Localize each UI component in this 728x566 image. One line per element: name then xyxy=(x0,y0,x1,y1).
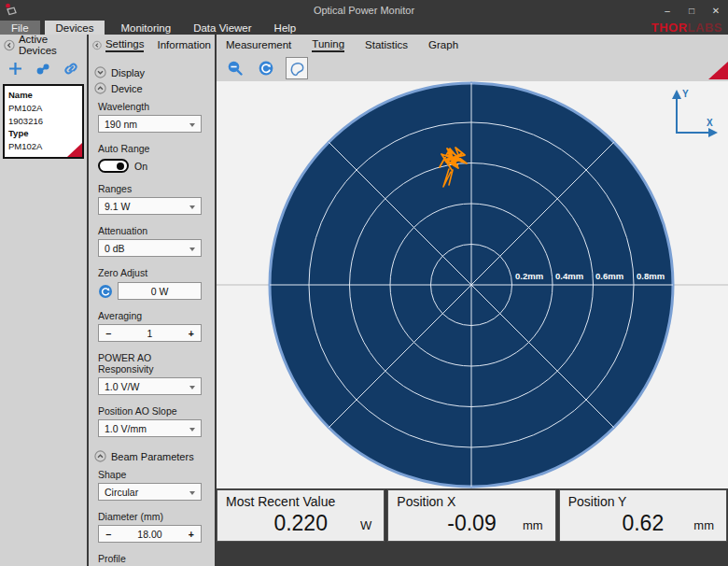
shape-value: Circular xyxy=(105,487,138,498)
wavelength-label: Wavelength xyxy=(98,101,202,112)
diameter-increment[interactable]: + xyxy=(189,529,194,540)
pair-devices-icon[interactable] xyxy=(35,62,51,77)
dropdown-arrow-icon xyxy=(189,491,195,495)
section-beam-parameters[interactable]: Beam Parameters xyxy=(94,450,202,462)
device-alert-corner xyxy=(67,143,82,157)
settings-panel: Settings Information Display Devi xyxy=(89,35,215,566)
polar-grid xyxy=(270,83,673,487)
zoom-out-icon xyxy=(227,60,244,77)
averaging-label: Averaging xyxy=(98,310,202,321)
ranges-label: Ranges xyxy=(98,183,202,194)
tab-statistics[interactable]: Statistics xyxy=(365,39,408,50)
menu-data-viewer[interactable]: Data Viewer xyxy=(182,21,262,35)
shape-select[interactable]: Circular xyxy=(98,483,202,501)
power-ao-label: POWER AO Responsivity xyxy=(98,352,202,375)
active-devices-panel: Active Devices xyxy=(0,35,87,566)
add-device-icon[interactable] xyxy=(7,61,23,77)
wavelength-value: 190 nm xyxy=(105,119,137,130)
averaging-value: 1 xyxy=(147,328,153,339)
ranges-select[interactable]: 9.1 W xyxy=(98,197,202,215)
zero-adjust-refresh-icon[interactable] xyxy=(98,284,113,299)
axis-label-x: X xyxy=(707,118,713,128)
auto-range-row: On xyxy=(98,159,202,173)
position-ao-label: Position AO Slope xyxy=(98,405,202,417)
main-panel: Measurement Tuning Statistics Graph xyxy=(217,35,728,566)
wavelength-select[interactable]: 190 nm xyxy=(98,115,202,133)
section-beam-label: Beam Parameters xyxy=(111,451,194,462)
section-device-label: Device xyxy=(111,83,143,94)
menu-monitoring[interactable]: Monitoring xyxy=(109,21,182,35)
content-region: Active Devices xyxy=(0,35,728,566)
tab-settings[interactable]: Settings xyxy=(105,38,145,52)
ring-label-08: 0.8mm xyxy=(637,271,665,281)
dropdown-arrow-icon xyxy=(189,248,195,251)
position-ao-select[interactable]: 1.0 V/mm xyxy=(98,419,202,437)
reset-view-button[interactable] xyxy=(255,57,277,79)
tab-measurement[interactable]: Measurement xyxy=(226,39,291,50)
logo-thor: THOR xyxy=(651,21,688,35)
power-ao-select[interactable]: 1.0 V/W xyxy=(98,377,202,395)
window-controls: – □ ✕ xyxy=(655,0,728,21)
device-type-label: Type xyxy=(8,128,28,138)
zoom-out-button[interactable] xyxy=(224,57,246,79)
ring-label-04: 0.4mm xyxy=(555,271,583,281)
logo-labs: LABS xyxy=(688,21,722,35)
lasso-select-button[interactable] xyxy=(286,57,308,79)
zero-adjust-field[interactable]: 0 W xyxy=(118,282,202,300)
readout-unit: W xyxy=(360,518,371,532)
dropdown-arrow-icon xyxy=(189,428,195,432)
averaging-stepper: − 1 + xyxy=(98,324,202,342)
readout-value: 0.220 xyxy=(217,511,384,536)
readout-unit: mm xyxy=(693,518,714,532)
plot-toolbar xyxy=(217,55,728,81)
zero-adjust-row: 0 W xyxy=(98,282,202,300)
auto-range-label: Auto Range xyxy=(98,143,202,154)
auto-range-toggle[interactable] xyxy=(98,159,129,173)
device-card[interactable]: Name PM102A 1903216 Type PM102A xyxy=(3,84,84,159)
tab-information[interactable]: Information xyxy=(157,39,211,50)
close-button[interactable]: ✕ xyxy=(704,0,728,21)
diameter-decrement[interactable]: − xyxy=(105,529,111,540)
chevron-up-circle-icon xyxy=(94,450,106,462)
minimize-button[interactable]: – xyxy=(655,0,679,21)
attenuation-select[interactable]: 0 dB xyxy=(98,239,202,257)
menu-devices[interactable]: Devices xyxy=(45,21,105,35)
device-toolbar xyxy=(0,55,87,80)
menu-help[interactable]: Help xyxy=(263,21,308,35)
auto-range-state: On xyxy=(134,161,147,172)
collapse-left-icon[interactable] xyxy=(4,39,15,51)
chevron-up-circle-icon xyxy=(94,82,106,94)
section-device[interactable]: Device xyxy=(94,82,202,94)
readout-label: Position X xyxy=(388,490,554,509)
menu-file[interactable]: File xyxy=(0,21,40,35)
device-type: PM102A xyxy=(8,141,42,151)
readout-unit: mm xyxy=(523,518,543,532)
title-bar: Optical Power Monitor – □ ✕ xyxy=(0,0,728,21)
readout-most-recent: Most Recent Value 0.220 W xyxy=(217,489,385,542)
lasso-icon xyxy=(288,60,306,78)
collapse-left-icon[interactable] xyxy=(92,39,102,51)
section-display[interactable]: Display xyxy=(94,66,202,78)
maximize-button[interactable]: □ xyxy=(679,0,704,21)
dropdown-arrow-icon xyxy=(189,386,195,389)
app-window: Optical Power Monitor – □ ✕ File Devices… xyxy=(0,0,728,566)
active-devices-header: Active Devices xyxy=(0,35,87,55)
shape-label: Shape xyxy=(98,469,202,480)
axis-indicator: Y X xyxy=(672,89,718,137)
tab-tuning[interactable]: Tuning xyxy=(312,38,344,52)
ranges-value: 9.1 W xyxy=(105,201,130,212)
device-name-label: Name xyxy=(8,90,33,100)
toolbar-alert-corner xyxy=(708,62,728,79)
readout-position-x: Position X -0.09 mm xyxy=(387,489,555,542)
averaging-increment[interactable]: + xyxy=(189,328,194,339)
ring-label-06: 0.6mm xyxy=(595,271,623,281)
link-device-icon[interactable] xyxy=(63,62,79,76)
thorlabs-logo: THORLABS xyxy=(651,21,728,35)
beam-position-plot[interactable]: 0.2mm 0.4mm 0.6mm 0.8mm xyxy=(217,81,728,488)
chevron-down-circle-icon xyxy=(94,66,106,78)
profile-label: Profile xyxy=(98,553,202,564)
tab-graph[interactable]: Graph xyxy=(428,39,458,50)
section-display-label: Display xyxy=(111,67,145,78)
averaging-decrement[interactable]: − xyxy=(105,328,111,339)
toggle-knob xyxy=(117,163,124,170)
